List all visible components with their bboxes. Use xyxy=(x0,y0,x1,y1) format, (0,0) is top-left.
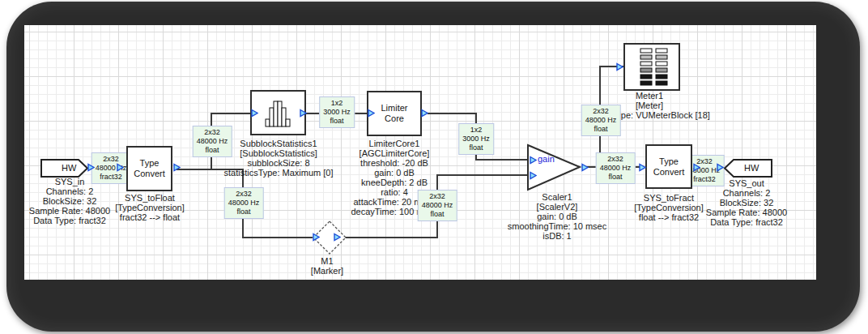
block-meter[interactable] xyxy=(623,43,680,91)
type-convert-body-label: Type Convert xyxy=(131,158,168,179)
wire-to-scaler-gain-in[interactable] xyxy=(475,159,528,161)
pin-typeconvert2-output[interactable] xyxy=(693,163,700,172)
block-sys-in[interactable]: HW xyxy=(40,159,89,178)
block-sys-to-float[interactable]: Type Convert xyxy=(126,146,172,191)
wire-label-convert-to-marker[interactable]: 2x3248000 Hzfloat xyxy=(224,187,264,219)
diagram-page: SYS_inChannels: 2BlockSize: 32Sample Rat… xyxy=(0,0,868,334)
wire-label-convert-to-stats[interactable]: 2x3248000 Hzfloat xyxy=(193,126,232,157)
wire-limiter-out[interactable] xyxy=(428,113,477,114)
wire-label-scaler-to-convert[interactable]: 2x3248000 Hzfloat xyxy=(596,152,636,184)
systofloat-caption: SYS_toFloat[TypeConversion]fract32 --> f… xyxy=(115,193,185,222)
pin-scaler-gain-input[interactable] xyxy=(530,156,537,165)
wire-stats-in[interactable] xyxy=(211,113,250,114)
wire-label-limiter-to-scaler[interactable]: 1x23000 Hzfloat xyxy=(458,123,494,155)
pin-sysin-output[interactable] xyxy=(87,163,95,172)
hw-in-label: HW xyxy=(62,163,76,173)
limiter-core-body-label: Limiter Core xyxy=(377,103,412,124)
scaler-triangle-icon xyxy=(526,143,583,191)
vu-meter-icon xyxy=(625,43,679,91)
marker-caption: M1[Marker] xyxy=(311,256,343,276)
block-scaler[interactable]: gain xyxy=(526,143,583,191)
wire-label-in-to-convert[interactable]: 2x3248000 Hzfract32 xyxy=(91,152,131,184)
block-subblock-statistics[interactable] xyxy=(250,90,306,135)
wire-to-scaler-audio-in[interactable] xyxy=(436,174,528,176)
pin-typeconvert2-input[interactable] xyxy=(639,163,646,172)
schematic-canvas[interactable]: SYS_inChannels: 2BlockSize: 32Sample Rat… xyxy=(24,25,816,280)
pin-typeconvert1-input[interactable] xyxy=(117,163,124,172)
wire-label-stats-to-limiter[interactable]: 1x23000 Hzfloat xyxy=(319,96,355,128)
pin-marker-output[interactable] xyxy=(334,233,341,242)
wire-label-scaler-to-meter[interactable]: 2x3248000 Hzfloat xyxy=(581,105,621,136)
pin-marker-input[interactable] xyxy=(313,233,320,242)
pin-stats-input[interactable] xyxy=(251,109,258,118)
wire-marker-in[interactable] xyxy=(242,237,313,238)
block-sys-to-fract[interactable]: Type Convert xyxy=(645,144,692,189)
window-frame: SYS_inChannels: 2BlockSize: 32Sample Rat… xyxy=(6,2,860,332)
wire-marker-out[interactable] xyxy=(343,237,438,238)
pin-typeconvert1-output[interactable] xyxy=(173,163,181,172)
sysin-caption: SYS_inChannels: 2BlockSize: 32Sample Rat… xyxy=(29,177,110,225)
wire-label-marker-to-scaler[interactable]: 2x3248000 Hzfloat xyxy=(418,190,457,221)
pin-stats-output[interactable] xyxy=(300,109,307,118)
subblockstatistics-caption: SubblockStatistics1[SubblockStatistics]s… xyxy=(223,139,333,178)
scaler-caption: Scaler1[ScalerV2]gain: 0 dBsmoothingTime… xyxy=(508,192,606,241)
scaler-gain-pin-label: gain xyxy=(538,154,555,164)
block-sys-out[interactable]: HW xyxy=(723,159,773,178)
histogram-icon xyxy=(263,96,294,129)
pin-limiter-input[interactable] xyxy=(368,109,375,118)
pin-sysout-input[interactable] xyxy=(717,163,724,172)
hw-out-label: HW xyxy=(744,163,759,173)
pin-limiter-output[interactable] xyxy=(421,109,428,118)
pin-meter-input[interactable] xyxy=(616,62,623,71)
block-limiter-core[interactable]: Limiter Core xyxy=(367,91,422,136)
pin-scaler-audio-input[interactable] xyxy=(530,171,537,180)
pin-scaler-output[interactable] xyxy=(581,163,589,172)
type-convert2-body-label: Type Convert xyxy=(650,156,687,178)
systofract-caption: SYS_toFract[TypeConversion]float --> fra… xyxy=(634,193,704,222)
